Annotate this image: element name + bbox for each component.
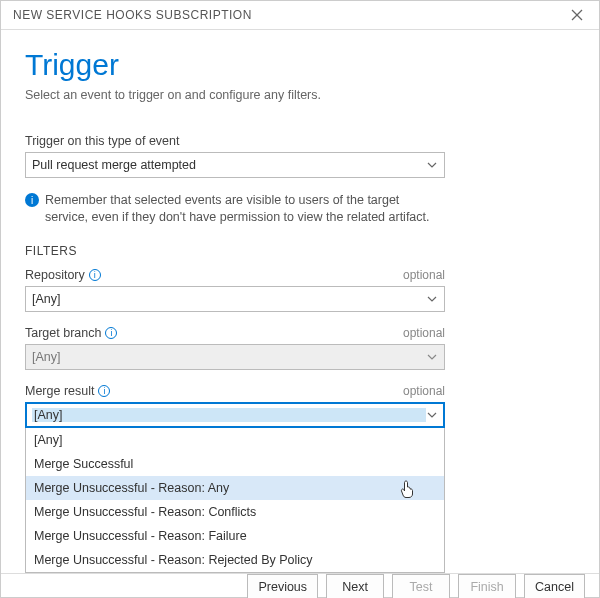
repository-label: Repository i bbox=[25, 268, 101, 282]
chevron-down-icon bbox=[426, 409, 438, 421]
optional-label: optional bbox=[403, 326, 445, 340]
titlebar: NEW SERVICE HOOKS SUBSCRIPTION bbox=[1, 1, 599, 30]
merge-result-value: [Any] bbox=[32, 408, 426, 422]
close-button[interactable] bbox=[563, 1, 591, 29]
dialog: NEW SERVICE HOOKS SUBSCRIPTION Trigger S… bbox=[0, 0, 600, 598]
titlebar-title: NEW SERVICE HOOKS SUBSCRIPTION bbox=[13, 8, 563, 22]
page-subtitle: Select an event to trigger on and config… bbox=[25, 88, 575, 102]
merge-result-select[interactable]: [Any] bbox=[25, 402, 445, 428]
repository-field: Repository i optional [Any] bbox=[25, 268, 445, 312]
dropdown-option[interactable]: Merge Unsuccessful - Reason: Failure bbox=[26, 524, 444, 548]
dropdown-option[interactable]: Merge Unsuccessful - Reason: Rejected By… bbox=[26, 548, 444, 572]
finish-button: Finish bbox=[458, 574, 516, 598]
dropdown-option[interactable]: Merge Unsuccessful - Reason: Any bbox=[26, 476, 444, 500]
footer: Previous Next Test Finish Cancel bbox=[1, 573, 599, 598]
next-button[interactable]: Next bbox=[326, 574, 384, 598]
content: Trigger Select an event to trigger on an… bbox=[1, 30, 599, 573]
repository-value: [Any] bbox=[32, 292, 426, 306]
cursor-icon bbox=[400, 479, 416, 499]
info-icon: i bbox=[25, 193, 39, 207]
help-icon[interactable]: i bbox=[89, 269, 101, 281]
target-branch-field: Target branch i optional [Any] bbox=[25, 326, 445, 370]
event-field: Trigger on this type of event Pull reque… bbox=[25, 134, 575, 178]
filters-header: FILTERS bbox=[25, 244, 575, 258]
event-select[interactable]: Pull request merge attempted bbox=[25, 152, 445, 178]
info-text: Remember that selected events are visibl… bbox=[45, 192, 445, 226]
page-heading: Trigger bbox=[25, 48, 575, 82]
cancel-button[interactable]: Cancel bbox=[524, 574, 585, 598]
target-branch-value: [Any] bbox=[32, 350, 426, 364]
info-row: i Remember that selected events are visi… bbox=[25, 192, 445, 226]
target-branch-label: Target branch i bbox=[25, 326, 117, 340]
repository-select[interactable]: [Any] bbox=[25, 286, 445, 312]
previous-button[interactable]: Previous bbox=[247, 574, 318, 598]
close-icon bbox=[571, 9, 583, 21]
target-branch-select[interactable]: [Any] bbox=[25, 344, 445, 370]
help-icon[interactable]: i bbox=[105, 327, 117, 339]
chevron-down-icon bbox=[426, 351, 438, 363]
dropdown-option[interactable]: Merge Successful bbox=[26, 452, 444, 476]
optional-label: optional bbox=[403, 384, 445, 398]
dropdown-option[interactable]: Merge Unsuccessful - Reason: Conflicts bbox=[26, 500, 444, 524]
event-label: Trigger on this type of event bbox=[25, 134, 575, 148]
merge-result-dropdown[interactable]: [Any]Merge SuccessfulMerge Unsuccessful … bbox=[25, 428, 445, 573]
merge-result-label: Merge result i bbox=[25, 384, 110, 398]
chevron-down-icon bbox=[426, 159, 438, 171]
dropdown-option[interactable]: [Any] bbox=[26, 428, 444, 452]
optional-label: optional bbox=[403, 268, 445, 282]
merge-result-field: Merge result i optional [Any] [Any]Merge… bbox=[25, 384, 445, 573]
chevron-down-icon bbox=[426, 293, 438, 305]
test-button: Test bbox=[392, 574, 450, 598]
event-value: Pull request merge attempted bbox=[32, 158, 426, 172]
help-icon[interactable]: i bbox=[98, 385, 110, 397]
